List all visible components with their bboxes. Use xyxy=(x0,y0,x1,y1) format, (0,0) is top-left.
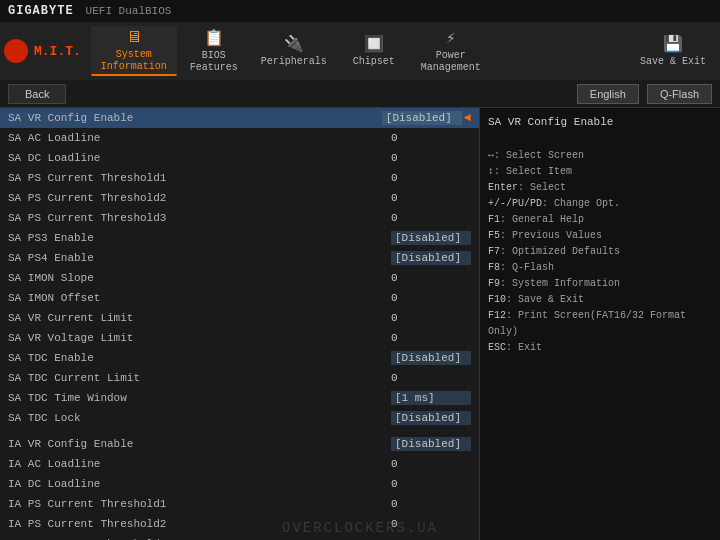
help-key: ESC xyxy=(488,342,506,353)
setting-value: [Disabled] xyxy=(391,437,471,451)
setting-label: SA TDC Current Limit xyxy=(8,372,391,384)
table-row[interactable]: SA VR Config Enable[Disabled]◄ xyxy=(0,108,479,128)
selected-arrow-icon: ◄ xyxy=(464,111,471,125)
setting-label: SA PS Current Threshold2 xyxy=(8,192,391,204)
save-exit-label: Save & Exit xyxy=(640,56,706,68)
table-row[interactable]: IA AC Loadline0 xyxy=(0,454,479,474)
chipset-label: Chipset xyxy=(353,56,395,68)
setting-label: IA PS Current Threshold1 xyxy=(8,498,391,510)
help-key: Enter xyxy=(488,182,518,193)
table-row[interactable]: SA VR Current Limit0 xyxy=(0,308,479,328)
watermark: OVERCLOCKERS.UA xyxy=(282,520,438,536)
setting-value: [Disabled] xyxy=(391,251,471,265)
nav-save-exit[interactable]: 💾 Save & Exit xyxy=(630,26,716,76)
table-row[interactable]: SA PS3 Enable[Disabled] xyxy=(0,228,479,248)
table-row[interactable]: IA VR Config Enable[Disabled] xyxy=(0,434,479,454)
system-info-icon: 🖥 xyxy=(126,28,142,47)
table-row[interactable]: SA IMON Slope0 xyxy=(0,268,479,288)
setting-value: 0 xyxy=(391,132,471,144)
language-button[interactable]: English xyxy=(577,84,639,104)
help-line: ↕: Select Item xyxy=(488,164,712,180)
right-panel: SA VR Config Enable ↔: Select Screen↕: S… xyxy=(480,108,720,540)
nav-system-info[interactable]: 🖥 SystemInformation xyxy=(91,26,177,76)
help-line: F10: Save & Exit xyxy=(488,292,712,308)
help-key: F9 xyxy=(488,278,500,289)
help-key: +/-/PU/PD xyxy=(488,198,542,209)
table-row[interactable]: SA VR Voltage Limit0 xyxy=(0,328,479,348)
help-key: F8 xyxy=(488,262,500,273)
bios-icon: 📋 xyxy=(204,28,224,48)
system-info-label: SystemInformation xyxy=(101,49,167,73)
nav-power-mgmt[interactable]: ⚡ PowerManagement xyxy=(411,26,491,76)
qflash-button[interactable]: Q-Flash xyxy=(647,84,712,104)
table-row[interactable]: SA TDC Current Limit0 xyxy=(0,368,479,388)
help-line: F1: General Help xyxy=(488,212,712,228)
setting-value: 0 xyxy=(391,172,471,184)
left-panel[interactable]: SA VR Config Enable[Disabled]◄SA AC Load… xyxy=(0,108,480,540)
table-row[interactable]: SA AC Loadline0 xyxy=(0,128,479,148)
help-line: F12: Print Screen(FAT16/32 Format Only) xyxy=(488,308,712,340)
gigabyte-logo: GIGABYTE xyxy=(8,4,74,18)
setting-label: SA TDC Time Window xyxy=(8,392,391,404)
mit-circle xyxy=(4,39,28,63)
setting-value: 0 xyxy=(391,292,471,304)
back-button[interactable]: Back xyxy=(8,84,66,104)
setting-label: SA IMON Slope xyxy=(8,272,391,284)
setting-label: SA DC Loadline xyxy=(8,152,391,164)
nav-peripherals[interactable]: 🔌 Peripherals xyxy=(251,26,337,76)
setting-label: SA IMON Offset xyxy=(8,292,391,304)
table-row[interactable]: IA PS Current Threshold10 xyxy=(0,494,479,514)
table-row[interactable]: SA TDC Lock[Disabled] xyxy=(0,408,479,428)
help-key: F7 xyxy=(488,246,500,257)
setting-label: IA AC Loadline xyxy=(8,458,391,470)
table-row[interactable]: IA DC Loadline0 xyxy=(0,474,479,494)
peripherals-icon: 🔌 xyxy=(284,34,304,54)
setting-label: IA DC Loadline xyxy=(8,478,391,490)
table-row[interactable]: SA DC Loadline0 xyxy=(0,148,479,168)
save-exit-icon: 💾 xyxy=(663,34,683,54)
table-row[interactable]: SA IMON Offset0 xyxy=(0,288,479,308)
action-bar: Back English Q-Flash xyxy=(0,80,720,108)
help-key: ↕ xyxy=(488,166,494,177)
top-bar: GIGABYTE UEFI DualBIOS xyxy=(0,0,720,22)
setting-value: [Disabled] xyxy=(391,231,471,245)
help-line: F9: System Information xyxy=(488,276,712,292)
setting-value: 0 xyxy=(391,332,471,344)
bios-label: BIOSFeatures xyxy=(190,50,238,74)
setting-value: [Disabled] xyxy=(391,351,471,365)
nav-chipset[interactable]: 🔲 Chipset xyxy=(339,26,409,76)
setting-value: [1 ms] xyxy=(391,391,471,405)
help-key: F5 xyxy=(488,230,500,241)
nav-bar: M.I.T. 🖥 SystemInformation 📋 BIOSFeature… xyxy=(0,22,720,80)
setting-label: SA PS3 Enable xyxy=(8,232,391,244)
table-row[interactable]: SA PS Current Threshold30 xyxy=(0,208,479,228)
table-row[interactable]: SA TDC Time Window[1 ms] xyxy=(0,388,479,408)
setting-value: [Disabled] xyxy=(391,411,471,425)
setting-value: 0 xyxy=(391,272,471,284)
setting-label: SA PS Current Threshold3 xyxy=(8,212,391,224)
help-line: F5: Previous Values xyxy=(488,228,712,244)
setting-label: SA PS Current Threshold1 xyxy=(8,172,391,184)
table-row[interactable]: SA PS Current Threshold20 xyxy=(0,188,479,208)
setting-label: SA AC Loadline xyxy=(8,132,391,144)
setting-value: 0 xyxy=(391,312,471,324)
setting-value: [Disabled] xyxy=(382,111,462,125)
setting-label: SA TDC Enable xyxy=(8,352,391,364)
setting-value: 0 xyxy=(391,212,471,224)
setting-label: IA VR Config Enable xyxy=(8,438,391,450)
desc-title: SA VR Config Enable xyxy=(488,116,712,128)
nav-bios-features[interactable]: 📋 BIOSFeatures xyxy=(179,26,249,76)
setting-value: 0 xyxy=(391,498,471,510)
setting-label: SA PS4 Enable xyxy=(8,252,391,264)
help-line: Enter: Select xyxy=(488,180,712,196)
help-line: ESC: Exit xyxy=(488,340,712,356)
mit-label[interactable]: M.I.T. xyxy=(34,44,81,59)
table-row[interactable]: SA TDC Enable[Disabled] xyxy=(0,348,479,368)
setting-label: SA TDC Lock xyxy=(8,412,391,424)
table-row[interactable]: SA PS Current Threshold10 xyxy=(0,168,479,188)
table-row[interactable]: SA PS4 Enable[Disabled] xyxy=(0,248,479,268)
help-line: ↔: Select Screen xyxy=(488,148,712,164)
help-line: F8: Q-Flash xyxy=(488,260,712,276)
setting-value: 0 xyxy=(391,192,471,204)
setting-value: 0 xyxy=(391,152,471,164)
